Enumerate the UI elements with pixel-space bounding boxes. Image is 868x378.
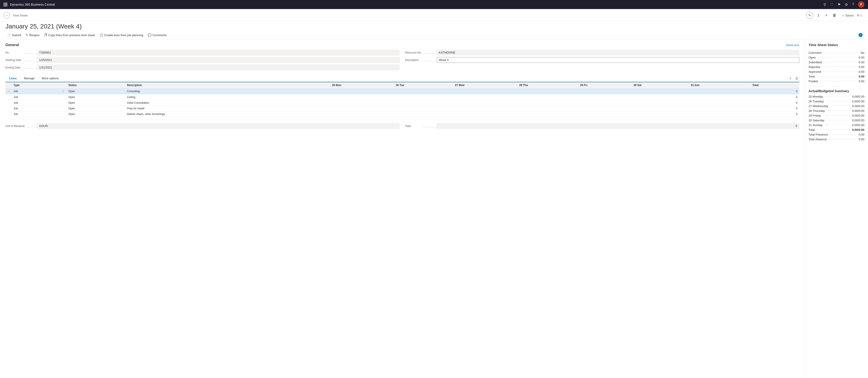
row-fri[interactable] [578, 94, 631, 100]
create-lines-button[interactable]: 📋 Create lines from job planning [98, 32, 145, 38]
row-tue[interactable] [394, 100, 453, 106]
row-tue[interactable] [394, 112, 453, 117]
app-menu-icon[interactable] [4, 3, 7, 6]
row-thu[interactable] [518, 106, 578, 112]
row-dots[interactable] [60, 94, 66, 100]
share-button[interactable]: ⇧ [815, 12, 822, 19]
table-row[interactable]: Job Open Ceiling 0 [5, 94, 799, 100]
user-avatar[interactable]: F [858, 1, 864, 8]
info-icon[interactable]: i [859, 33, 863, 37]
tab-more-options[interactable]: More options [38, 75, 62, 82]
row-mon[interactable] [330, 94, 394, 100]
copy-lines-button[interactable]: 🗍 Copy lines from previous time sheet [42, 32, 97, 38]
row-fri[interactable] [578, 88, 631, 94]
show-less-link[interactable]: Show less [786, 43, 799, 47]
settings-icon[interactable]: ⚙ [845, 2, 848, 7]
general-title: General [5, 43, 19, 47]
submit-button[interactable]: 📄 Submit [5, 32, 23, 38]
row-sat[interactable] [632, 88, 689, 94]
posted-label: Posted [809, 80, 817, 83]
row-total: 0 [750, 88, 799, 94]
row-dots[interactable] [60, 100, 66, 106]
starting-date-field: Starting Date [5, 57, 400, 63]
row-tue[interactable] [394, 88, 453, 94]
collapse-icon[interactable]: ⧊ [860, 13, 863, 17]
back-button[interactable]: ← [4, 12, 10, 19]
ending-date-input[interactable] [37, 65, 400, 70]
description-input[interactable] [437, 57, 799, 63]
add-button[interactable]: + [824, 12, 829, 18]
unit-of-measure-input[interactable] [37, 123, 400, 129]
action-bar: 📄 Submit ↻ Reopen 🗍 Copy lines from prev… [0, 31, 868, 39]
row-sun[interactable] [689, 100, 751, 106]
reopen-button[interactable]: ↻ Reopen [24, 32, 41, 38]
day-row: 27 Wednesday 0.00/0.00 [809, 104, 864, 108]
row-wed[interactable] [453, 94, 518, 100]
row-thu[interactable] [518, 88, 578, 94]
row-menu-icon[interactable]: ⋮ [61, 90, 65, 93]
row-sat[interactable] [632, 94, 689, 100]
row-mon[interactable] [330, 112, 394, 117]
row-wed[interactable] [453, 106, 518, 112]
day-row: 29 Friday 0.00/0.00 [809, 113, 864, 118]
submitted-value: 0.00 [859, 61, 864, 64]
day-label: 26 Tuesday [809, 100, 824, 103]
lines-filter-button[interactable]: ☰ [795, 76, 799, 81]
lines-table: Type Status Description 25 Mon 26 Tue 27… [5, 82, 799, 120]
row-sun[interactable] [689, 88, 751, 94]
day-label: 27 Wednesday [809, 104, 828, 108]
row-fri[interactable] [578, 106, 631, 112]
table-row[interactable]: Job Open Initial Consultation 0 [5, 100, 799, 106]
help-icon[interactable]: ? [852, 2, 854, 6]
no-input[interactable] [37, 50, 400, 55]
row-mon[interactable] [330, 106, 394, 112]
row-tue[interactable] [394, 94, 453, 100]
lines-export-button[interactable]: ⇧ [788, 76, 793, 81]
row-wed[interactable] [453, 112, 518, 117]
notification-icon[interactable]: ♡ [830, 2, 833, 7]
row-sat[interactable] [632, 100, 689, 106]
row-thu[interactable] [518, 112, 578, 117]
tab-manage[interactable]: Manage [20, 75, 38, 82]
row-sun[interactable] [689, 94, 751, 100]
search-icon[interactable]: ⚲ [824, 2, 826, 7]
row-thu[interactable] [518, 94, 578, 100]
row-thu[interactable] [518, 100, 578, 106]
row-sun[interactable] [689, 112, 751, 117]
total-absence-label: Total Absence [809, 137, 827, 141]
table-row[interactable]: Job Open Prep for install 0 [5, 106, 799, 112]
comments-button[interactable]: 💬 Comments [146, 32, 168, 38]
row-dots[interactable] [60, 106, 66, 112]
row-wed[interactable] [453, 100, 518, 106]
col-fri: 29 Fri [578, 82, 631, 88]
tab-lines[interactable]: Lines [5, 75, 20, 82]
resource-no-input[interactable] [437, 50, 799, 55]
bookmark-icon[interactable]: ⚑ [837, 2, 841, 7]
page-title: January 25, 2021 (Week 4) [5, 23, 863, 30]
row-arrow [5, 94, 12, 100]
col-description: Description [125, 82, 330, 88]
expand-icon[interactable]: ⧉ [857, 13, 859, 17]
row-dots[interactable]: ⋮ [60, 88, 66, 94]
table-row[interactable]: Job Open Deliver chairs, other furnishin… [5, 112, 799, 117]
table-row[interactable]: → Job ⋮ Open Consulting 0 [5, 88, 799, 94]
row-mon[interactable] [330, 88, 394, 94]
days-rows: 25 Monday 0.00/0.00 26 Tuesday 0.00/0.00… [809, 94, 864, 127]
row-mon[interactable] [330, 100, 394, 106]
day-label: 29 Friday [809, 114, 821, 117]
row-tue[interactable] [394, 106, 453, 112]
edit-button[interactable]: ✎ [806, 12, 813, 19]
row-wed[interactable] [453, 88, 518, 94]
col-total: Total [750, 82, 799, 88]
row-fri[interactable] [578, 100, 631, 106]
row-dots[interactable] [60, 112, 66, 117]
delete-button[interactable]: 🗑 [831, 12, 838, 18]
row-sat[interactable] [632, 112, 689, 117]
starting-date-input[interactable] [37, 57, 400, 63]
table-row-empty [5, 117, 799, 120]
row-sat[interactable] [632, 106, 689, 112]
row-fri[interactable] [578, 112, 631, 117]
total-value: 0.00 [859, 75, 864, 78]
row-sun[interactable] [689, 106, 751, 112]
header-actions: ✎ ⇧ + 🗑 ✓ Saved ⧉ ⧊ [806, 12, 863, 19]
